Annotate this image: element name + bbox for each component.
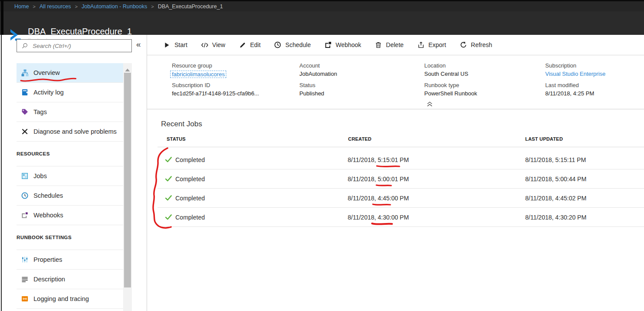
sidebar-item-label: Schedules [34,192,63,199]
essentials-field-subscription: SubscriptionVisual Studio Enterprise [545,62,606,77]
sidebar-item-label: Overview [34,69,60,76]
sidebar-item-description[interactable]: Description [17,270,123,289]
check-icon [165,208,172,226]
export-icon [417,41,425,49]
sidebar-item-label: Jobs [34,172,47,179]
essentials-panel: Resource groupfabriciolimasolucoresSubsc… [147,55,644,109]
sidebar-item-overview[interactable]: Overview [17,63,123,83]
scrollbar-up-arrow-icon[interactable] [124,66,131,70]
sidebar-item-label: Activity log [34,89,64,96]
essentials-field-label: Location [424,62,468,69]
sidebar-section-label: RUNBOOK SETTINGS [17,225,123,250]
sidebar-item-label: Logging and tracing [34,295,89,302]
webhook-button[interactable]: Webhook [324,41,361,49]
job-status: Completed [175,189,205,207]
edit-icon [239,41,246,49]
breadcrumb: Home>All resources>JobAutomation - Runbo… [0,1,644,11]
essentials-field-value[interactable]: fabriciolimasolucores [170,71,226,78]
edit-button[interactable]: Edit [239,41,261,49]
search-icon [22,43,28,49]
sidebar-item-properties[interactable]: Properties [17,250,123,270]
essentials-field-value[interactable]: Visual Studio Enterprise [545,71,606,77]
sidebar-item-logging-and-tracing[interactable]: Logging and tracing [17,289,123,309]
sidebar-item-tags[interactable]: Tags [17,102,123,122]
jobs-table-header-divider [158,147,644,147]
toolbar-button-label: Webhook [335,41,361,48]
jobs-table-header: STATUSCREATEDLAST UPDATED [147,136,644,143]
column-header-created: CREATED [348,136,372,142]
breadcrumb-item-jobautomation-runbooks[interactable]: JobAutomation - Runbooks [81,3,147,10]
table-row[interactable]: Completed8/11/2018, 4:45:00 PM8/11/2018,… [158,189,644,208]
essentials-field-resource-group: Resource groupfabriciolimasolucores [172,62,226,78]
job-status: Completed [175,169,205,188]
breadcrumb-separator: > [33,4,35,9]
view-icon [201,41,208,49]
essentials-field-last-modified: Last modified8/11/2018, 4:25 PM [545,82,594,97]
sidebar-item-schedules[interactable]: Schedules [17,186,123,206]
page-title: DBA_ExecutaProcedure_1 [28,26,132,37]
activity-log-icon [21,89,29,96]
breadcrumb-item-home[interactable]: Home [14,3,29,10]
search-input[interactable] [32,42,131,50]
scrollbar-thumb[interactable] [124,73,131,287]
essentials-field-label: Last modified [545,82,594,88]
essentials-field-status: StatusPublished [299,82,324,97]
portal-left-edge-line [1,35,2,311]
essentials-field-value: South Central US [424,71,468,77]
essentials-field-value: JobAutomation [299,71,337,77]
sidebar-item-label: Webhooks [34,212,63,219]
sidebar-item-jobs[interactable]: Jobs [17,166,123,186]
sidebar-item-activity-log[interactable]: Activity log [17,83,123,102]
toolbar-button-label: Edit [250,41,261,48]
webhook-icon [324,41,332,49]
check-icon [165,150,172,169]
job-last-updated: 8/11/2018, 4:45:02 PM [525,189,587,207]
essentials-field-account: AccountJobAutomation [299,62,337,77]
start-button[interactable]: Start [163,41,188,49]
table-row[interactable]: Completed8/11/2018, 5:00:01 PM8/11/2018,… [158,169,644,189]
refresh-button[interactable]: Refresh [460,41,492,49]
command-bar: StartViewEditScheduleWebhookDeleteExport… [147,35,644,55]
delete-button[interactable]: Delete [375,41,403,49]
webhooks-icon [21,212,29,219]
azure-portal-runbook-page: Home>All resources>JobAutomation - Runbo… [0,0,644,311]
toolbar-button-label: Export [429,41,446,48]
essentials-collapse-icon[interactable] [426,101,433,106]
essentials-field-value: 8/11/2018, 4:25 PM [545,90,594,97]
essentials-field-label: Runbook type [424,82,477,88]
check-icon [165,189,172,207]
export-button[interactable]: Export [417,41,446,49]
toolbar-button-label: Start [174,41,188,48]
sidebar-collapse-button[interactable]: « [136,40,141,49]
breadcrumb-separator: > [75,4,77,9]
essentials-field-value: fec1d25f-a71f-4148-9125-cfa9b6... [172,90,259,97]
sidebar-menu: OverviewActivity logTagsDiagnose and sol… [17,63,123,309]
toolbar-button-label: View [212,41,225,48]
sidebar-item-diagnose-and-solve-problems[interactable]: Diagnose and solve problems [17,122,123,142]
jobs-icon [21,172,29,180]
properties-icon [21,256,29,264]
sidebar-section-label: RESOURCES [17,142,123,166]
breadcrumb-item-dba-executaprocedure-1: DBA_ExecutaProcedure_1 [158,3,223,10]
schedule-button[interactable]: Schedule [274,41,311,49]
delete-icon [375,41,382,49]
job-created: 8/11/2018, 5:15:01 PM [348,150,409,169]
sidebar-scrollbar[interactable] [123,63,132,311]
breadcrumb-item-all-resources[interactable]: All resources [40,3,71,10]
essentials-field-runbook-type: Runbook typePowerShell Runbook [424,82,477,97]
logging-icon [21,295,29,303]
essentials-field-label: Subscription ID [172,82,259,88]
tag-icon [21,108,29,116]
table-row[interactable]: Completed8/11/2018, 4:30:00 PM8/11/2018,… [158,208,644,227]
essentials-field-value: Published [299,90,324,97]
essentials-field-label: Status [299,82,324,88]
recent-jobs-title: Recent Jobs [161,120,202,128]
sidebar-item-label: Tags [34,108,47,115]
essentials-field-label: Resource group [172,62,226,69]
view-button[interactable]: View [201,41,225,49]
sidebar-item-label: Diagnose and solve problems [34,128,117,135]
toolbar-button-label: Delete [386,41,403,48]
table-row[interactable]: Completed8/11/2018, 5:15:01 PM8/11/2018,… [158,150,644,169]
sidebar-item-webhooks[interactable]: Webhooks [17,206,123,225]
column-header-last-updated: LAST UPDATED [525,136,563,142]
